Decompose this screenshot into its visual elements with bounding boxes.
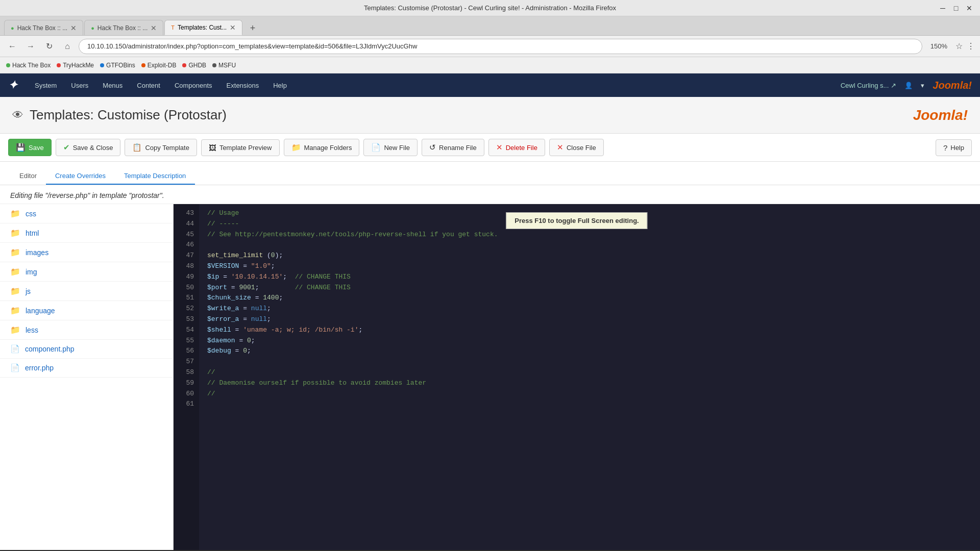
line-num-53: 53 [174,314,199,325]
sidebar-file-error[interactable]: 📄 error.php [0,359,173,378]
sidebar-folder-js[interactable]: 📁 js [0,282,173,301]
bookmark-exploitdb[interactable]: Exploit-DB [141,62,177,69]
back-button[interactable]: ← [5,39,19,54]
help-button[interactable]: ? Help [936,139,972,156]
nav-system[interactable]: System [28,73,64,97]
folder-icon-html: 📁 [10,228,20,238]
nav-content-label: Content [137,82,160,89]
menu-icon[interactable]: ⋮ [967,41,975,51]
site-name[interactable]: Cewl Curling s... ↗ [841,82,897,89]
file-error-label: error.php [25,364,54,372]
browser-title-bar: Templates: Customise (Protostar) - Cewl … [0,0,980,16]
bookmark-gtfobins[interactable]: GTFOBins [100,62,135,69]
save-button[interactable]: 💾 Save [8,139,52,156]
bookmark-ghdb[interactable]: GHDB [182,62,206,69]
sidebar-folder-img[interactable]: 📁 img [0,262,173,282]
joomla-nav-logo[interactable]: ✦ [8,79,17,92]
reload-button[interactable]: ↻ [42,39,56,54]
nav-menus-label: Menus [103,82,122,89]
browser-tab-2[interactable]: ● Hack The Box :: ... ✕ [84,20,163,35]
manage-folders-button[interactable]: 📁 Manage Folders [284,139,360,156]
folder-icon-img: 📁 [10,267,20,277]
copy-template-button[interactable]: 📋 Copy Template [125,139,197,156]
bookmark-htb[interactable]: Hack The Box [6,62,51,69]
bookmark-gtfobins-label: GTFOBins [106,62,135,69]
f10-hint: Press F10 to toggle Full Screen editing. [506,212,647,229]
code-content[interactable]: // Usage // ----- // See http://pentestm… [199,204,980,550]
tab-create-overrides[interactable]: Create Overrides [46,168,115,185]
main-content: 📁 css 📁 html 📁 images 📁 img 📁 js 📁 langu… [0,204,980,550]
sidebar-file-component[interactable]: 📄 component.php [0,340,173,359]
nav-help[interactable]: Help [266,73,294,97]
nav-components[interactable]: Components [167,73,219,97]
line-num-49: 49 [174,272,199,283]
delete-file-button[interactable]: ✕ Delete File [488,139,545,156]
tab2-close[interactable]: ✕ [151,24,157,32]
address-input[interactable] [79,39,922,54]
tab-template-description[interactable]: Template Description [115,168,195,185]
browser-tab-1[interactable]: ● Hack The Box :: ... ✕ [4,20,83,35]
joomla-top-nav: ✦ System Users Menus Content Components … [0,73,980,97]
close-icon: ✕ [557,143,564,152]
user-menu-arrow[interactable]: ▾ [921,82,924,89]
folder-icon-images: 📁 [10,247,20,257]
sidebar-folder-css[interactable]: 📁 css [0,204,173,223]
bookmark-exploitdb-label: Exploit-DB [148,62,177,69]
tab3-close[interactable]: ✕ [230,24,236,31]
template-preview-button[interactable]: 🖼 Template Preview [201,139,280,156]
preview-icon: 🖼 [209,143,216,152]
line-num-47: 47 [174,251,199,261]
tab-editor[interactable]: Editor [10,168,46,185]
file-component-label: component.php [25,345,75,353]
add-tab-button[interactable]: + [246,21,260,35]
sidebar-folder-less[interactable]: 📁 less [0,320,173,340]
bookmark-tryhackme[interactable]: TryHackMe [57,62,94,69]
window-controls: ─ □ ✕ [938,4,974,13]
star-icon[interactable]: ☆ [955,41,963,51]
browser-address-bar: ← → ↻ ⌂ 150% ☆ ⋮ [0,36,980,57]
save-label: Save [29,144,44,152]
sidebar-folder-language[interactable]: 📁 language [0,301,173,320]
sidebar-folder-html[interactable]: 📁 html [0,223,173,243]
line-num-61: 61 [174,399,199,410]
line-num-56: 56 [174,346,199,357]
editing-label: Editing file "/reverse.php" in template … [0,185,980,204]
nav-menus[interactable]: Menus [95,73,130,97]
tab1-close[interactable]: ✕ [70,24,77,32]
code-editor[interactable]: 43 44 45 46 47 48 49 50 51 52 53 54 55 5… [174,204,980,550]
copy-icon: 📋 [132,143,142,152]
sidebar-folder-images[interactable]: 📁 images [0,243,173,262]
nav-extensions[interactable]: Extensions [219,73,266,97]
save-close-button[interactable]: ✔ Save & Close [56,139,121,156]
bookmarks-bar: Hack The Box TryHackMe GTFOBins Exploit-… [0,57,980,73]
bookmark-msfu[interactable]: MSFU [212,62,236,69]
minimize-button[interactable]: ─ [938,4,947,13]
folder-less-label: less [26,326,38,334]
folder-css-label: css [26,210,36,218]
line-num-51: 51 [174,293,199,304]
new-file-button[interactable]: 📄 New File [363,139,418,156]
close-file-button[interactable]: ✕ Close File [549,139,604,156]
line-num-46: 46 [174,240,199,251]
check-icon: ✔ [63,143,70,152]
browser-title: Templates: Customise (Protostar) - Cewl … [364,4,616,12]
tab3-favicon: T [171,24,175,31]
rename-file-button[interactable]: ↺ Rename File [422,139,484,156]
home-button[interactable]: ⌂ [60,39,75,54]
maximize-button[interactable]: □ [951,4,961,13]
folder-icon-less: 📁 [10,325,20,335]
user-icon[interactable]: 👤 [904,82,913,89]
manage-folders-label: Manage Folders [304,144,352,152]
new-file-label: New File [384,144,410,152]
bookmark-htb-label: Hack The Box [12,62,51,69]
close-button[interactable]: ✕ [965,4,974,13]
forward-button[interactable]: → [23,39,38,54]
line-num-45: 45 [174,230,199,240]
line-num-50: 50 [174,283,199,293]
nav-users[interactable]: Users [64,73,95,97]
external-link-icon: ↗ [891,82,896,89]
bookmark-tryhackme-label: TryHackMe [63,62,94,69]
browser-tab-3[interactable]: T Templates: Cust... ✕ [164,20,242,35]
save-icon: 💾 [16,143,26,152]
nav-content[interactable]: Content [130,73,167,97]
